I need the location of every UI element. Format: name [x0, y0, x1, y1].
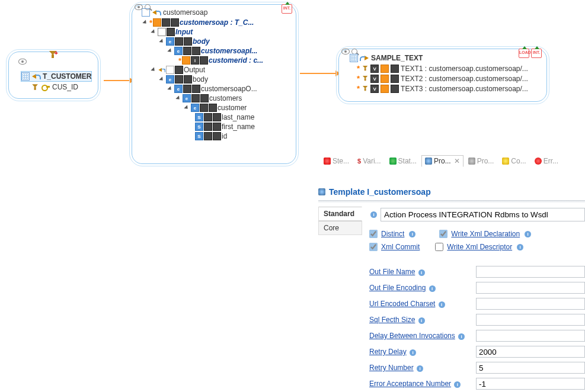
out-file-name-input[interactable] [476, 266, 585, 278]
int-badge-icon [282, 4, 292, 14]
delay-inv-input[interactable] [476, 330, 585, 342]
template-icon [318, 188, 325, 195]
info-icon[interactable]: i [410, 349, 416, 356]
eye-icon[interactable] [18, 58, 27, 66]
retry-delay-input[interactable] [476, 346, 585, 358]
connection-arrow [104, 80, 129, 81]
info-icon[interactable]: i [418, 317, 425, 324]
info-icon[interactable]: i [429, 285, 436, 292]
table-icon [21, 72, 30, 81]
source-node[interactable]: + T_CUSTOMER CUS_ID [6, 49, 101, 101]
table-icon [350, 54, 358, 62]
eye-icon[interactable] [341, 49, 350, 54]
tab-console[interactable]: Co... [498, 155, 529, 167]
properties-panel: Template I_customersoap Standard Core i … [318, 185, 585, 392]
retry-delay-label[interactable]: Retry Delay [369, 348, 407, 356]
key-icon [41, 83, 50, 91]
write-decl-checkbox[interactable] [439, 230, 447, 238]
info-icon[interactable]: i [418, 269, 425, 276]
info-icon[interactable]: i [370, 211, 377, 218]
delay-inv-label[interactable]: Delay Between Invocations [369, 332, 455, 340]
tab-variables[interactable]: $Vari... [354, 155, 385, 167]
info-icon[interactable]: i [458, 333, 465, 340]
out-file-enc-input[interactable] [476, 282, 585, 294]
err-acc-label[interactable]: Error Acceptance Number [369, 380, 451, 388]
info-icon[interactable]: i [409, 231, 415, 237]
retry-num-label[interactable]: Retry Number [369, 364, 414, 372]
side-tabs: Standard Core [318, 207, 362, 392]
mapping-canvas: + T_CUSTOMER CUS_ID [0, 0, 585, 178]
side-tab-core[interactable]: Core [318, 221, 362, 235]
source-field: CUS_ID [52, 83, 78, 91]
sql-fetch-input[interactable] [476, 314, 585, 326]
connection-arrow [300, 73, 335, 74]
distinct-label[interactable]: Distinct [381, 230, 404, 238]
search-icon[interactable] [145, 4, 152, 12]
err-acc-input[interactable] [476, 378, 585, 390]
tab-errors[interactable]: Err... [531, 155, 562, 167]
target-title: SAMPLE_TEXT [371, 54, 423, 62]
action-input[interactable] [381, 208, 585, 221]
arrow-right-icon [360, 54, 369, 62]
xml-commit-label[interactable]: Xml Commit [381, 243, 420, 251]
out-file-enc-label[interactable]: Out File Encoding [369, 284, 426, 292]
target-node[interactable]: SAMPLE_TEXT *VTEXT1 : customersoap.custo… [336, 46, 549, 104]
info-icon[interactable]: i [454, 381, 461, 388]
eye-icon[interactable] [135, 4, 143, 10]
side-tab-standard[interactable]: Standard [318, 207, 362, 221]
info-icon[interactable]: i [525, 231, 531, 237]
target-row: *VTEXT2 : customersoap.customersoap/... [357, 73, 541, 83]
funnel-icon [32, 84, 38, 90]
load-badge-icon [519, 49, 529, 58]
close-icon[interactable]: ✕ [454, 157, 460, 165]
target-fields: *VTEXT1 : customersoap.customersoap/... … [339, 63, 546, 97]
arrow-left-icon [152, 9, 161, 16]
xml-commit-checkbox[interactable] [369, 243, 378, 251]
arrow-left-icon [32, 73, 40, 80]
transform-title: customersoap [163, 8, 207, 17]
transform-tree[interactable]: *customersoap : T_C... Input ebody ecust… [132, 18, 296, 144]
bottom-tab-bar: Ste... $Vari... Stat... Pro...✕ Pro... C… [320, 155, 562, 167]
sql-fetch-label[interactable]: Sql Fecth Size [369, 316, 415, 324]
info-icon[interactable]: i [517, 244, 523, 250]
transform-node[interactable]: customersoap *customersoap : T_C... Inpu… [129, 2, 299, 166]
write-desc-checkbox[interactable] [435, 243, 443, 251]
out-file-name-label[interactable]: Out File Name [369, 268, 415, 276]
filter-icon[interactable]: + [49, 51, 57, 60]
tab-properties[interactable]: Pro...✕ [421, 155, 463, 167]
info-icon[interactable]: i [439, 301, 445, 308]
int-badge-icon [531, 49, 542, 58]
url-charset-label[interactable]: Url Encoded Charset [369, 300, 435, 308]
panel-title: Template I_customersoap [318, 185, 585, 199]
retry-num-input[interactable] [476, 362, 585, 374]
write-decl-label[interactable]: Write Xml Declaration [451, 230, 520, 238]
target-row: *VTEXT3 : customersoap.customersoap/... [357, 83, 541, 94]
tab-stats[interactable]: Stat... [386, 155, 420, 167]
source-title: T_CUSTOMER [43, 72, 91, 81]
url-charset-input[interactable] [476, 298, 585, 310]
tab-processes[interactable]: Pro... [465, 155, 498, 167]
tab-step[interactable]: Ste... [320, 155, 353, 167]
write-desc-label[interactable]: Write Xml Descriptor [447, 243, 512, 251]
target-row: *VTEXT1 : customersoap.customersoap/... [357, 63, 541, 73]
badge-icon [182, 56, 190, 65]
distinct-checkbox[interactable] [369, 230, 378, 238]
info-icon[interactable]: i [417, 365, 423, 372]
badge-icon [153, 18, 161, 27]
